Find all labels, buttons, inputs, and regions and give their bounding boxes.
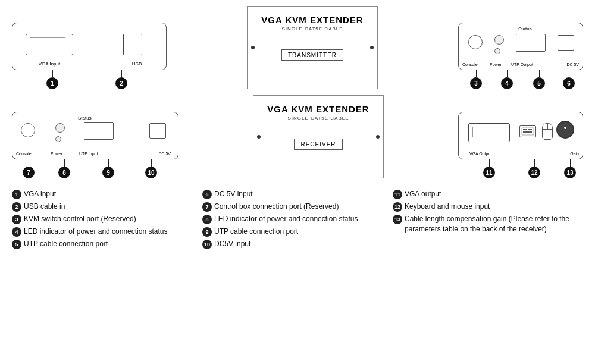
vga-out-port (468, 123, 510, 142)
legend-item: 4 LED indicator of power and connection … (12, 227, 202, 237)
num12-bubble: 12 (528, 167, 540, 178)
kvm-title: VGA KVM EXTENDER (261, 15, 363, 25)
num1-line (52, 70, 53, 77)
console2-label: Console (16, 152, 32, 156)
legend-col2: 6 DC 5V input 7 Control box connection p… (202, 189, 393, 249)
legend-num: 6 (202, 190, 212, 199)
kvm-receiver-panel: VGA KVM EXTENDER SINGLE CAT5E CABLE RECE… (253, 95, 384, 178)
receiver-right-panel: VGA Output Gain 11 12 13 (458, 112, 583, 178)
legend-text: KVM switch control port (Reserved) (24, 214, 136, 224)
vga-out-inner (472, 127, 502, 137)
legend-num: 7 (202, 202, 212, 212)
receiver-top-panel: Status Console Power UTP Output DC 5V (458, 23, 583, 89)
dc-port (558, 35, 574, 51)
num5-bubble: 5 (533, 77, 545, 89)
receiver-left-box: Status Console Power UTP Input DC 5V (12, 112, 178, 159)
num2-line (121, 70, 122, 77)
legend-text: LED indicator of power and connection st… (24, 227, 167, 237)
legend-num: 2 (12, 202, 21, 212)
legend-item: 5 UTP cable connection port (12, 239, 202, 249)
usb-port (123, 34, 142, 55)
console-port-label: Console (462, 62, 478, 67)
kvm-transmitter-panel: VGA KVM EXTENDER SINGLE CAT5E CABLE TRAN… (247, 6, 378, 89)
power-led2 (494, 48, 500, 54)
num11-col: 11 (483, 159, 495, 178)
receiver-left-panel: Status Console Power UTP Input DC 5V (12, 112, 178, 178)
num4-bubble: 4 (501, 77, 513, 89)
console-port (468, 35, 483, 49)
legend-num: 12 (393, 202, 402, 212)
power2-led1 (55, 123, 65, 133)
top-row: VGA Input USB 1 2 (12, 6, 583, 89)
console2-port (21, 123, 35, 137)
power2-label: Power (51, 152, 62, 156)
receiver-right-num-row: 11 12 13 (458, 159, 583, 178)
kvm-receiver-box: VGA KVM EXTENDER SINGLE CAT5E CABLE RECE… (253, 95, 384, 178)
main-container: VGA Input USB 1 2 (0, 0, 595, 255)
utp-output-port (516, 34, 546, 52)
legend-item: 6 DC 5V input (202, 189, 393, 199)
num8-col: 8 (58, 159, 70, 178)
kvm2-title: VGA KVM EXTENDER (267, 104, 369, 114)
receiver-right-box: VGA Output Gain (458, 112, 583, 159)
num1-bubble: 1 (46, 77, 58, 89)
legend-item: 11 VGA output (393, 189, 583, 199)
legend-num: 11 (393, 190, 402, 199)
kvm2-subtitle: SINGLE CAT5E CABLE (287, 115, 349, 121)
legend-num: 13 (393, 215, 402, 224)
vga-out-label: VGA Output (469, 152, 491, 156)
utp-input-port (84, 122, 114, 140)
num10-bubble: 10 (145, 167, 157, 178)
legend-num: 3 (12, 215, 21, 224)
legend-text: DC5V input (214, 239, 250, 249)
svg-rect-6 (525, 131, 530, 133)
power-label: Power (490, 62, 502, 67)
num9-bubble: 9 (102, 167, 114, 178)
legend-num: 8 (202, 215, 212, 224)
legend-text: Keyboard and mouse input (405, 202, 490, 212)
legend-text: Control box connection port (Reserved) (214, 202, 339, 212)
svg-rect-4 (530, 129, 532, 130)
usb-label: USB (122, 61, 152, 67)
legend-text: Cable length compensation gain (Please r… (405, 214, 583, 234)
power2-led2 (55, 136, 61, 142)
vga-input-label: VGA Input (26, 61, 73, 67)
legend-num: 4 (12, 227, 21, 237)
receiver-top-num-row: 3 4 5 6 (458, 70, 583, 89)
legend-num: 1 (12, 190, 21, 199)
kvm2-right-dot (376, 135, 380, 139)
legend-text: VGA output (405, 189, 441, 199)
kvm-left-dot (251, 46, 255, 49)
legend-text: UTP cable connection port (214, 227, 298, 237)
num3-col: 3 (470, 70, 482, 89)
legend-num: 10 (202, 240, 212, 249)
legend-item: 13 Cable length compensation gain (Pleas… (393, 214, 583, 234)
num8-bubble: 8 (58, 167, 70, 178)
legend-text: UTP cable connection port (24, 239, 108, 249)
num6-bubble: 6 (563, 77, 575, 89)
legend-item: 3 KVM switch control port (Reserved) (12, 214, 202, 224)
kvm2-left-dot (257, 135, 261, 139)
mid-row: Status Console Power UTP Input DC 5V (12, 95, 583, 178)
legend-item: 12 Keyboard and mouse input (393, 202, 583, 212)
num10-col: 10 (145, 159, 157, 178)
num12-col: 12 (528, 159, 540, 178)
utp-input-label: UTP Input (79, 152, 98, 156)
num1-col: 1 (46, 70, 58, 89)
transmitter-num-row: 1 2 (12, 70, 167, 89)
receiver-left-num-row: 7 8 9 10 (12, 159, 178, 178)
legend-text: LED indicator of power and connection st… (214, 214, 358, 224)
vga-port-inner (30, 37, 65, 49)
transmitter-badge: TRANSMITTER (281, 49, 343, 61)
num5-col: 5 (533, 70, 545, 89)
gain-label: Gain (570, 152, 579, 156)
num4-col: 4 (501, 70, 513, 89)
dc-label: DC 5V (566, 62, 579, 67)
transmitter-box: VGA Input USB (12, 23, 167, 70)
num13-bubble: 13 (564, 167, 576, 178)
num9-col: 9 (102, 159, 114, 178)
legend-row: 1 VGA input 2 USB cable in 3 KVM switch … (12, 189, 583, 249)
keyboard-icon (519, 125, 536, 137)
kvm-right-dot (370, 46, 374, 49)
kvm-receiver-wrapper: VGA KVM EXTENDER SINGLE CAT5E CABLE RECE… (253, 95, 384, 178)
